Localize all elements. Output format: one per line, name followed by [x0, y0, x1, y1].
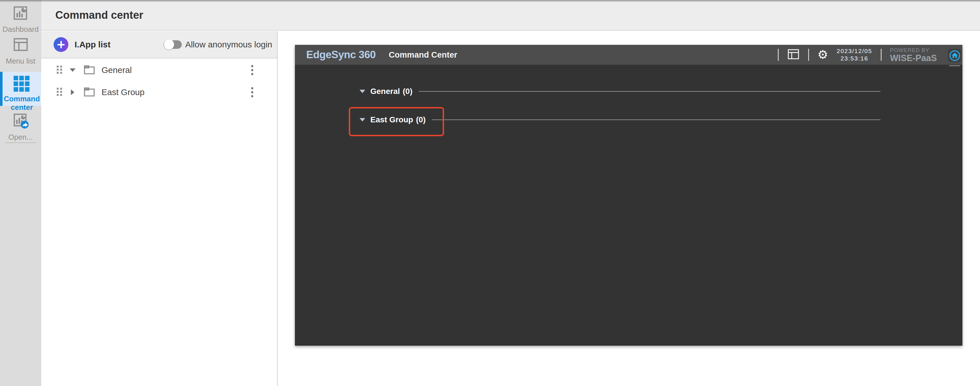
sidebar-item-dashboard[interactable]: Dashboard	[0, 5, 41, 33]
kebab-menu-icon[interactable]	[250, 63, 255, 77]
group-rule-line	[419, 91, 880, 92]
sidebar-divider	[5, 142, 36, 143]
group-name: East Group	[370, 115, 413, 124]
time-text: 23:53:16	[837, 55, 872, 62]
iapp-list-title: I.App list	[75, 40, 111, 49]
header-separator	[881, 49, 881, 61]
sidebar-item-label: Dashboard	[3, 25, 38, 33]
toggle-knob	[164, 40, 174, 49]
iapp-tree-list: General East Group	[41, 59, 277, 103]
allow-anonymous-login-toggle[interactable]	[164, 38, 182, 51]
edgesync-header-controls: ⚙ 2023/12/05 23:53:16 POWERED BY WISE-Pa…	[778, 48, 937, 62]
folder-icon	[83, 86, 96, 99]
group-rule-line	[432, 120, 880, 120]
sidebar-item-menu-list[interactable]: Menu list	[0, 36, 41, 65]
app-sidebar: Dashboard Menu list Command center	[0, 0, 41, 386]
edgesync-header: EdgeSync 360 Command Center ⚙ 2023/12/05…	[295, 45, 963, 65]
group-caret-icon[interactable]	[360, 90, 365, 93]
datetime-display: 2023/12/05 23:53:16	[837, 48, 872, 62]
add-app-button[interactable]	[54, 37, 68, 52]
menu-layout-icon	[13, 36, 29, 54]
page-title: Command center	[55, 9, 143, 21]
edgesync-brand: EdgeSync 360	[306, 49, 376, 61]
edgesync-title: Command Center	[389, 50, 457, 60]
edgesync-preview-panel: EdgeSync 360 Command Center ⚙ 2023/12/05…	[295, 45, 963, 346]
sidebar-item-command-center[interactable]: Command center	[0, 72, 41, 106]
dashboard-chart-icon	[13, 5, 29, 22]
drag-handle-icon[interactable]	[57, 88, 62, 97]
page-header: Command center	[41, 0, 980, 31]
folder-icon	[83, 64, 96, 77]
panel-splitter[interactable]	[277, 31, 278, 386]
allow-anonymous-login-label: Allow anonymous login	[185, 40, 272, 49]
sidebar-item-label: Open...	[8, 133, 33, 141]
wise-paas-text: WISE-PaaS	[890, 54, 937, 62]
sidebar-item-label: Menu list	[6, 57, 35, 65]
group-row-east-group[interactable]: East Group (0)	[360, 114, 880, 126]
header-separator	[778, 49, 779, 61]
drag-handle-icon[interactable]	[57, 65, 62, 75]
edgesync-body: General (0) East Group (0)	[295, 65, 946, 346]
group-count: (0)	[416, 115, 426, 124]
tree-item-name: East Group	[102, 88, 145, 97]
strip-divider	[949, 65, 960, 66]
screen: Dashboard Menu list Command center	[0, 0, 980, 386]
tree-row-east-group[interactable]: East Group	[41, 81, 277, 103]
group-caret-icon[interactable]	[360, 118, 365, 121]
sidebar-item-open[interactable]: Open...	[0, 112, 41, 141]
header-separator	[808, 49, 809, 61]
sidebar-item-label: Command center	[3, 94, 41, 112]
group-name: General	[370, 87, 400, 96]
dashboard-layout-icon[interactable]	[787, 48, 800, 61]
iapp-list-header: I.App list Allow anonymous login	[41, 31, 277, 59]
expand-caret[interactable]	[62, 89, 83, 95]
powered-by-logo: POWERED BY WISE-PaaS	[890, 48, 937, 62]
date-text: 2023/12/05	[837, 48, 872, 55]
home-icon	[948, 49, 961, 62]
group-row-general[interactable]: General (0)	[360, 86, 880, 97]
open-external-chart-icon	[13, 112, 29, 130]
group-count: (0)	[402, 87, 412, 96]
grid-icon	[14, 76, 30, 92]
gear-icon[interactable]: ⚙	[818, 49, 828, 61]
tree-item-name: General	[102, 65, 132, 75]
expand-caret[interactable]	[62, 69, 83, 72]
tree-row-general[interactable]: General	[41, 59, 277, 81]
kebab-menu-icon[interactable]	[250, 85, 255, 99]
home-button[interactable]	[948, 49, 961, 62]
powered-by-text: POWERED BY	[890, 48, 937, 53]
